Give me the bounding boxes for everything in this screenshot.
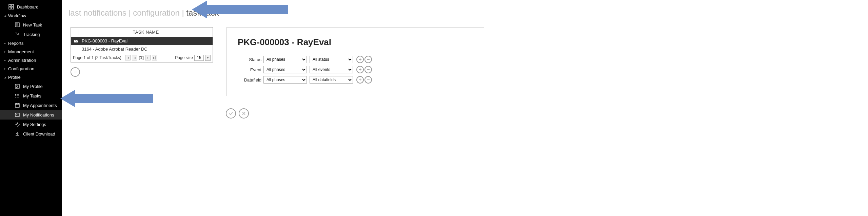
pager-info: Page 1 of 1 (2 TaskTracks)	[73, 55, 121, 60]
task-table: TASK NAME PKG-000003 - RayEval 3164 - Ad…	[71, 27, 213, 62]
filter-label: Event	[238, 67, 261, 72]
filter-label: Status	[238, 57, 261, 62]
action-row	[226, 108, 484, 119]
sidebar-label: Profile	[8, 75, 21, 80]
svg-rect-0	[9, 4, 11, 6]
datafield-phase-select[interactable]: All phases	[263, 76, 307, 84]
filter-label: Datafield	[238, 77, 261, 83]
sidebar-item-configuration[interactable]: ▸ Configuration	[0, 65, 62, 73]
event-phase-select[interactable]: All phases	[263, 66, 307, 73]
breadcrumb-active: tasktrack	[186, 8, 219, 17]
sidebar-item-workflow[interactable]: ◢ Workflow	[0, 12, 62, 20]
caret-icon: ◢	[3, 14, 7, 17]
dashboard-icon	[8, 4, 14, 10]
breadcrumb-part[interactable]: configuration	[133, 8, 179, 17]
spacer	[3, 5, 7, 8]
sidebar-label: My Notifications	[23, 112, 54, 118]
datafield-value-select[interactable]: All datafields	[310, 76, 353, 84]
caret-icon: ▸	[3, 59, 7, 62]
remove-button[interactable]	[71, 67, 80, 77]
filter-row-event: Event All phases All events	[238, 66, 473, 73]
caret-icon: ▸	[3, 42, 7, 45]
sidebar-label: My Tasks	[23, 93, 41, 98]
sidebar-item-my-profile[interactable]: My Profile	[0, 82, 62, 91]
sidebar-label: My Settings	[23, 122, 46, 127]
svg-rect-16	[15, 104, 19, 107]
status-value-select[interactable]: All status	[310, 56, 353, 63]
table-header-taskname[interactable]: TASK NAME	[79, 30, 213, 35]
settings-icon	[14, 121, 20, 127]
sidebar-item-dashboard[interactable]: Dashboard	[0, 2, 62, 12]
remove-datafield-button[interactable]	[364, 76, 372, 84]
sidebar-item-my-notifications[interactable]: My Notifications	[0, 110, 62, 120]
sidebar-item-tracking[interactable]: Tracking	[0, 30, 62, 39]
page-size-input[interactable]	[194, 55, 204, 61]
caret-icon: ▸	[3, 67, 7, 70]
sidebar-label: New Task	[23, 22, 42, 28]
table-cell: PKG-000003 - RayEval	[82, 38, 127, 43]
page-size-label: Page size	[175, 55, 193, 60]
breadcrumb: last notifications | configuration | tas…	[68, 8, 860, 18]
sidebar-item-my-tasks[interactable]: My Tasks	[0, 91, 62, 101]
sidebar-item-management[interactable]: ▸ Management	[0, 48, 62, 56]
svg-rect-1	[12, 4, 14, 6]
table-row[interactable]: PKG-000003 - RayEval	[71, 37, 213, 45]
add-datafield-button[interactable]	[356, 76, 364, 84]
pager-current: [1]	[139, 55, 144, 60]
pager-last-button[interactable]: ▸|	[152, 55, 157, 60]
mail-icon	[74, 39, 79, 43]
download-icon	[14, 131, 20, 137]
sidebar-label: My Profile	[23, 84, 43, 89]
tracking-icon	[14, 31, 20, 37]
add-event-button[interactable]	[356, 66, 364, 73]
breadcrumb-part[interactable]: last notifications	[68, 8, 126, 17]
tasks-icon	[14, 93, 20, 99]
main-content: last notifications | configuration | tas…	[62, 0, 868, 216]
caret-icon: ▸	[3, 50, 7, 53]
notifications-icon	[14, 112, 20, 118]
confirm-button[interactable]	[226, 108, 236, 119]
table-cell: 3164 - Adobe Acrobat Reader DC	[82, 47, 147, 52]
svg-point-21	[17, 124, 18, 125]
sidebar-item-my-settings[interactable]: My Settings	[0, 120, 62, 129]
table-header-corner	[71, 30, 79, 35]
pager-first-button[interactable]: |◂	[125, 55, 131, 60]
svg-point-9	[17, 85, 18, 87]
detail-panel: PKG-000003 - RayEval Status All phases A…	[226, 27, 484, 96]
sidebar-label: My Appointments	[23, 103, 57, 108]
table-row[interactable]: 3164 - Adobe Acrobat Reader DC	[71, 45, 213, 53]
add-status-button[interactable]	[356, 56, 364, 63]
sidebar-label: Administration	[8, 58, 36, 63]
table-header-row: TASK NAME	[71, 28, 213, 37]
caret-icon: ◢	[3, 76, 7, 79]
event-value-select[interactable]: All events	[310, 66, 353, 73]
remove-status-button[interactable]	[364, 56, 372, 63]
sidebar-label: Configuration	[8, 66, 34, 71]
sidebar-item-client-download[interactable]: Client Download	[0, 129, 62, 139]
sidebar-label: Management	[8, 49, 34, 54]
svg-rect-2	[9, 7, 11, 9]
cancel-button[interactable]	[239, 108, 249, 119]
sidebar-item-my-appointments[interactable]: My Appointments	[0, 101, 62, 110]
pager-prev-button[interactable]: ◂	[132, 55, 137, 60]
newtask-icon	[14, 22, 20, 28]
sidebar-label: Dashboard	[17, 4, 39, 10]
sidebar-label: Workflow	[8, 13, 26, 18]
profile-icon	[14, 83, 20, 89]
sidebar-label: Tracking	[23, 32, 40, 37]
appointments-icon	[14, 102, 20, 108]
page-size-dropdown[interactable]: ▾	[205, 55, 211, 61]
remove-event-button[interactable]	[364, 66, 372, 73]
sidebar-item-new-task[interactable]: New Task	[0, 20, 62, 30]
status-phase-select[interactable]: All phases	[263, 56, 307, 63]
sidebar: Dashboard ◢ Workflow New Task Tracking ▸…	[0, 0, 62, 216]
task-table-panel: TASK NAME PKG-000003 - RayEval 3164 - Ad…	[71, 27, 213, 119]
filter-row-datafield: Datafield All phases All datafields	[238, 76, 473, 84]
detail-title: PKG-000003 - RayEval	[238, 37, 473, 48]
svg-rect-3	[12, 7, 14, 9]
pager-next-button[interactable]: ▸	[145, 55, 151, 60]
breadcrumb-sep: |	[126, 8, 133, 17]
sidebar-item-reports[interactable]: ▸ Reports	[0, 39, 62, 48]
sidebar-item-administration[interactable]: ▸ Administration	[0, 56, 62, 65]
sidebar-item-profile[interactable]: ◢ Profile	[0, 73, 62, 82]
